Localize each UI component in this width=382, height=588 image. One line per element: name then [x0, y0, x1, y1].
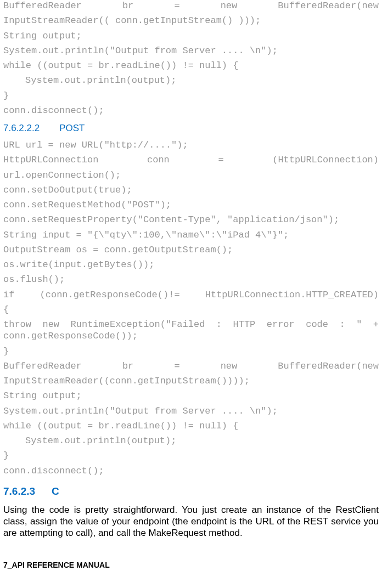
code-token: HttpURLConnection.HTTP_CREATED) — [205, 290, 379, 300]
code-token: BufferedReader(new — [278, 1, 379, 11]
code-token: BufferedReader — [3, 1, 82, 11]
code-line: } — [3, 450, 379, 461]
body-paragraph: Using the code is pretty straightforward… — [3, 504, 379, 539]
code-line: String output; — [3, 390, 379, 402]
heading-title: POST — [59, 123, 85, 133]
code-line: System.out.println(output); — [3, 435, 379, 446]
code-line: conn.setRequestMethod("POST"); — [3, 199, 379, 211]
code-line: HttpURLConnection conn = (HttpURLConnect… — [3, 154, 379, 166]
code-line: conn.setDoOutput(true); — [3, 184, 379, 196]
code-line: BufferedReader br = new BufferedReader(n… — [3, 360, 379, 372]
code-line: while ((output = br.readLine()) != null)… — [3, 60, 379, 71]
code-line: } — [3, 346, 379, 357]
code-token: new — [221, 1, 238, 11]
code-line: conn.setRequestProperty("Content-Type", … — [3, 214, 379, 225]
footer-label: 7_API REFERENCE MANUAL — [3, 561, 110, 569]
code-line: System.out.println("Output from Server .… — [3, 45, 379, 56]
code-line: InputStreamReader(( conn.getInputStream(… — [3, 15, 379, 26]
code-line: if (conn.getResponseCode()!= HttpURLConn… — [3, 289, 379, 301]
heading-post: 7.6.2.2.2POST — [3, 123, 379, 134]
code-line: String input = "{\"qty\":100,\"name\":\"… — [3, 229, 379, 241]
code-line: URL url = new URL("http://...."); — [3, 139, 379, 151]
code-line: OutputStream os = conn.getOutputStream()… — [3, 244, 379, 256]
code-token: = — [174, 361, 179, 371]
code-token: br — [122, 1, 133, 11]
code-token: = — [218, 155, 223, 165]
code-token: = — [174, 1, 179, 11]
code-line: String output; — [3, 30, 379, 42]
code-line: while ((output = br.readLine()) != null)… — [3, 420, 379, 432]
code-token: (conn.getResponseCode()!= — [40, 290, 180, 300]
code-line: System.out.println(output); — [3, 75, 379, 86]
code-line: conn.disconnect(); — [3, 105, 379, 116]
code-token: (HttpURLConnection) — [272, 155, 379, 165]
code-line: InputStreamReader((conn.getInputStream()… — [3, 375, 379, 387]
code-line: BufferedReader br = new BufferedReader(n… — [3, 0, 379, 12]
code-line: } — [3, 90, 379, 101]
code-token: if — [3, 290, 14, 300]
heading-number: 7.6.2.2.2 — [3, 123, 40, 133]
code-line: os.flush(); — [3, 274, 379, 285]
code-line: conn.disconnect(); — [3, 465, 379, 477]
code-line: throw new RuntimeException("Failed : HTT… — [3, 319, 379, 342]
code-line: url.openConnection(); — [3, 169, 379, 181]
code-line: System.out.println("Output from Server .… — [3, 405, 379, 417]
code-token: conn — [147, 155, 170, 165]
code-line: os.write(input.getBytes()); — [3, 259, 379, 270]
code-line: { — [3, 304, 379, 315]
code-token: HttpURLConnection — [3, 155, 98, 165]
heading-c: 7.6.2.3C — [3, 485, 379, 497]
heading-title: C — [52, 485, 59, 497]
code-token: BufferedReader(new — [278, 361, 379, 371]
heading-number: 7.6.2.3 — [3, 485, 35, 497]
code-token: new — [221, 361, 238, 371]
code-token: br — [122, 361, 133, 371]
code-token: BufferedReader — [3, 361, 82, 371]
